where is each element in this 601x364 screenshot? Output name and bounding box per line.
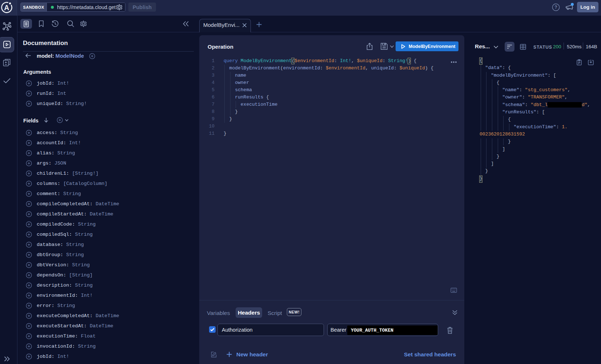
svg-text:A: A: [4, 4, 9, 12]
svg-text:?: ?: [554, 5, 557, 10]
